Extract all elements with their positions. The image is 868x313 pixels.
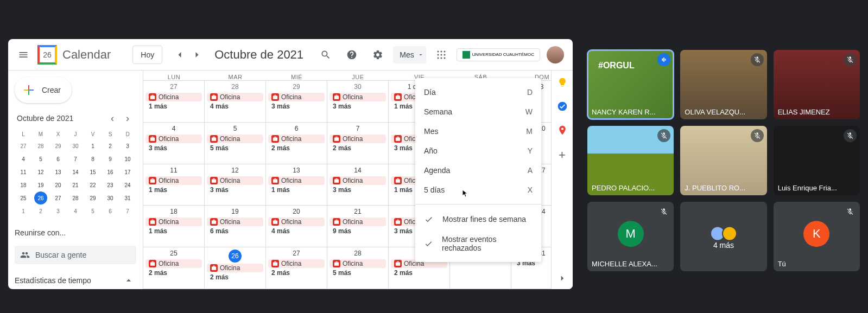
- mini-day-cell[interactable]: 15: [86, 165, 99, 178]
- participant-tile[interactable]: PEDRO PALACIO...: [587, 126, 674, 195]
- view-menu-item[interactable]: SemanaW: [415, 102, 541, 122]
- mini-day-cell[interactable]: 23: [104, 178, 117, 191]
- mini-day-cell[interactable]: 12: [34, 165, 47, 178]
- event-chip[interactable]: Oficina: [207, 218, 263, 226]
- mini-next-button[interactable]: ›: [121, 112, 134, 125]
- day-cell[interactable]: 21Oficina9 más: [327, 206, 389, 247]
- participant-tile[interactable]: #ORGULNANCY KAREN R...: [587, 50, 674, 119]
- more-events-link[interactable]: 1 más: [145, 185, 202, 195]
- event-chip[interactable]: Oficina: [207, 264, 263, 272]
- mini-day-cell[interactable]: 20: [52, 178, 65, 191]
- mini-day-cell[interactable]: 11: [17, 165, 30, 178]
- mini-day-cell[interactable]: 16: [104, 165, 117, 178]
- mini-prev-button[interactable]: ‹: [106, 112, 119, 125]
- next-month-button[interactable]: [188, 46, 206, 63]
- participant-tile[interactable]: 4 más: [680, 202, 766, 271]
- maps-icon[interactable]: [557, 125, 568, 136]
- mini-day-cell[interactable]: 7: [121, 205, 134, 218]
- day-cell[interactable]: 7Oficina2 más: [327, 123, 389, 164]
- day-cell[interactable]: 26Oficina2 más: [205, 247, 266, 289]
- more-events-link[interactable]: 3 más: [145, 143, 202, 153]
- event-chip[interactable]: Oficina: [330, 218, 386, 226]
- day-cell[interactable]: 13Oficina1 más: [266, 164, 327, 206]
- mini-day-cell[interactable]: 13: [52, 165, 65, 178]
- mini-day-cell[interactable]: 2: [104, 139, 117, 152]
- mini-day-cell[interactable]: 25: [17, 191, 30, 205]
- more-events-link[interactable]: 1 más: [145, 101, 202, 111]
- mini-day-cell[interactable]: 5: [86, 205, 99, 218]
- mini-day-cell[interactable]: 10: [121, 152, 134, 165]
- event-chip[interactable]: Oficina: [145, 93, 202, 101]
- event-chip[interactable]: Oficina: [330, 259, 386, 268]
- participant-tile[interactable]: J. PUEBLITO RO...: [680, 126, 766, 195]
- day-cell[interactable]: 14Oficina3 más: [327, 164, 389, 206]
- mini-day-cell[interactable]: 6: [52, 152, 65, 165]
- mini-day-cell[interactable]: 9: [104, 152, 117, 165]
- more-events-link[interactable]: 2 más: [268, 268, 325, 278]
- mini-day-cell[interactable]: 27: [17, 139, 30, 152]
- main-menu-icon[interactable]: [12, 44, 34, 66]
- more-events-link[interactable]: 4 más: [268, 226, 325, 236]
- event-chip[interactable]: Oficina: [268, 176, 325, 185]
- mini-day-cell[interactable]: 27: [52, 191, 65, 205]
- event-chip[interactable]: Oficina: [330, 135, 386, 143]
- more-events-link[interactable]: 9 más: [330, 226, 386, 236]
- day-cell[interactable]: 5Oficina5 más: [205, 123, 266, 164]
- mini-day-cell[interactable]: 30: [104, 191, 117, 205]
- view-menu-checkbox[interactable]: Mostrar eventos rechazados: [415, 229, 541, 258]
- more-events-link[interactable]: 2 más: [207, 272, 263, 282]
- event-chip[interactable]: Oficina: [145, 218, 202, 226]
- event-chip[interactable]: Oficina: [207, 135, 263, 143]
- day-cell[interactable]: 4Oficina3 más: [143, 123, 205, 164]
- view-menu-item[interactable]: 5 díasX: [415, 180, 541, 200]
- day-cell[interactable]: 20Oficina4 más: [266, 206, 327, 247]
- mini-day-cell[interactable]: 4: [69, 205, 82, 218]
- time-stats-toggle[interactable]: Estadísticas de tiempo: [15, 275, 136, 286]
- view-menu-checkbox[interactable]: Mostrar fines de semana: [415, 209, 541, 229]
- event-chip[interactable]: Oficina: [207, 93, 263, 101]
- day-cell[interactable]: 19Oficina6 más: [205, 206, 266, 247]
- day-cell[interactable]: 28Oficina5 más: [327, 247, 389, 289]
- view-select[interactable]: Mes: [393, 46, 426, 63]
- keep-icon[interactable]: [557, 77, 568, 88]
- more-events-link[interactable]: 2 más: [145, 268, 202, 278]
- mini-day-cell[interactable]: 30: [69, 139, 82, 152]
- mini-day-cell[interactable]: 24: [121, 178, 134, 191]
- search-icon[interactable]: [315, 44, 337, 66]
- view-menu-item[interactable]: AgendaA: [415, 161, 541, 180]
- event-chip[interactable]: Oficina: [268, 135, 325, 143]
- more-events-link[interactable]: 5 más: [207, 143, 263, 153]
- event-chip[interactable]: Oficina: [145, 259, 202, 268]
- tasks-icon[interactable]: [557, 101, 568, 112]
- mini-day-cell[interactable]: 4: [17, 152, 30, 165]
- prev-month-button[interactable]: [171, 46, 188, 63]
- event-chip[interactable]: Oficina: [330, 93, 386, 101]
- day-cell[interactable]: 18Oficina1 más: [143, 206, 205, 247]
- today-button[interactable]: Hoy: [132, 46, 162, 64]
- view-menu-item[interactable]: AñoY: [415, 141, 541, 161]
- day-cell[interactable]: 11Oficina1 más: [143, 164, 205, 206]
- mini-day-cell[interactable]: 29: [52, 139, 65, 152]
- mini-day-cell[interactable]: 17: [121, 165, 134, 178]
- more-events-link[interactable]: 5 más: [330, 268, 386, 278]
- day-cell[interactable]: 28Oficina4 más: [205, 81, 266, 122]
- more-events-link[interactable]: 3 más: [330, 101, 386, 111]
- mini-day-cell[interactable]: 21: [69, 178, 82, 191]
- mini-day-cell[interactable]: 31: [121, 191, 134, 205]
- view-menu-item[interactable]: MesM: [415, 122, 541, 141]
- more-events-link[interactable]: 3 más: [268, 101, 325, 111]
- mini-day-cell[interactable]: 28: [34, 139, 47, 152]
- more-events-link[interactable]: 2 más: [268, 143, 325, 153]
- day-cell[interactable]: 25Oficina2 más: [143, 247, 205, 289]
- participant-tile[interactable]: KTú: [774, 202, 860, 271]
- view-menu-item[interactable]: DíaD: [415, 82, 541, 102]
- day-cell[interactable]: 27Oficina1 más: [143, 81, 205, 122]
- participant-tile[interactable]: Luis Enrique Fria...: [774, 126, 860, 195]
- mini-day-cell[interactable]: 5: [34, 152, 47, 165]
- create-button[interactable]: Crear: [15, 77, 72, 103]
- more-events-link[interactable]: 4 más: [207, 101, 263, 111]
- more-events-link[interactable]: 3 más: [330, 185, 386, 195]
- event-chip[interactable]: Oficina: [207, 176, 263, 185]
- participant-tile[interactable]: MMICHELLE ALEXA...: [587, 202, 674, 271]
- day-cell[interactable]: 12Oficina3 más: [205, 164, 266, 206]
